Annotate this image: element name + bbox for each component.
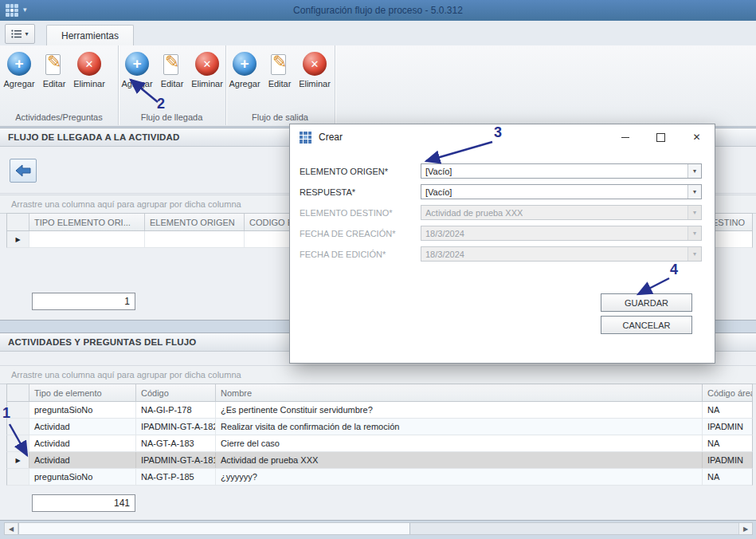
cancelar-button[interactable]: CANCELAR <box>601 316 692 334</box>
delete-icon: ✕ <box>303 52 327 76</box>
editar-flujo-salida-button[interactable]: ✎ Editar <box>262 50 297 89</box>
ribbon-group-actividades: + Agregar ✎ Editar ✕ Eliminar Actividade… <box>0 45 119 125</box>
application-window: ▾ Configuración flujo de proceso - 5.0.3… <box>0 0 756 539</box>
field-label: ELEMENTO ORIGEN* <box>300 167 421 176</box>
field-elemento-destino: ELEMENTO DESTINO* Actividad de prueba XX… <box>300 204 702 221</box>
scroll-left-icon[interactable]: ◀ <box>5 523 18 534</box>
cell-codigo[interactable]: IPADMIN-GT-A-182 <box>136 419 216 435</box>
app-menu-button[interactable]: ▾ <box>5 24 35 44</box>
eliminar-actividad-button[interactable]: ✕ Eliminar <box>72 50 107 89</box>
cell-area[interactable]: NA <box>703 402 752 418</box>
edit-icon: ✎ <box>268 52 292 76</box>
maximize-button[interactable] <box>643 124 679 150</box>
ribbon-group-flujo-llegada: + Agregar ✎ Editar ✕ Eliminar Flujo de l… <box>118 45 226 125</box>
cell-tipo[interactable]: preguntaSioNo <box>29 402 136 418</box>
eliminar-flujo-salida-button[interactable]: ✕ Eliminar <box>297 50 332 89</box>
field-label: ELEMENTO DESTINO* <box>300 208 421 218</box>
minimize-button[interactable] <box>607 124 643 150</box>
chevron-down-icon[interactable]: ▾ <box>687 164 701 178</box>
cell-codigo[interactable]: NA-GT-P-185 <box>136 469 216 485</box>
maximize-icon <box>656 133 665 142</box>
window-title: Configuración flujo de proceso - 5.0.312 <box>0 5 756 16</box>
horizontal-scrollbar[interactable]: ◀ ▶ <box>4 522 753 535</box>
cell-nombre[interactable]: Realizar visita de confirmación de la re… <box>216 419 703 435</box>
dialog-title: Crear <box>319 132 343 143</box>
cell-codigo[interactable]: NA-GT-A-183 <box>136 435 216 451</box>
row-indicator-icon: ▶ <box>7 452 29 468</box>
field-label: RESPUESTA* <box>300 187 421 197</box>
cell-tipo[interactable]: Actividad <box>29 435 136 451</box>
cell-nombre[interactable]: Cierre del caso <box>216 435 703 451</box>
close-icon: ✕ <box>692 132 700 143</box>
elemento-destino-dropdown: Actividad de prueba XXX ▾ <box>421 205 702 220</box>
field-label: FECHA DE EDICIÓN* <box>300 250 421 259</box>
crear-dialog: Crear ✕ ELEMENTO ORIGEN* [Vacío] ▾ RESPU… <box>289 124 715 364</box>
table-row[interactable]: preguntaSioNo NA-GT-P-185 ¿yyyyyy? NA <box>6 469 753 486</box>
dialog-titlebar: Crear ✕ <box>290 124 715 150</box>
delete-icon: ✕ <box>195 52 219 76</box>
cell-area[interactable]: IPADMIN <box>703 452 752 468</box>
column-header-nombre[interactable]: Nombre <box>216 384 703 401</box>
fecha-edicion-dropdown: 18/3/2024 ▾ <box>421 246 702 262</box>
guardar-button[interactable]: GUARDAR <box>601 293 692 312</box>
agregar-flujo-llegada-button[interactable]: + Agregar <box>119 50 155 89</box>
dialog-logo-icon <box>300 132 311 144</box>
add-icon: + <box>125 52 149 76</box>
column-header-codigo[interactable]: Código <box>136 384 216 401</box>
column-header-codigo-area[interactable]: Código área <box>703 384 752 401</box>
agregar-flujo-salida-button[interactable]: + Agregar <box>227 50 262 89</box>
field-label: FECHA DE CREACIÓN* <box>300 229 421 238</box>
app-menu-caret-icon: ▾ <box>25 30 28 37</box>
indicator-header-cell <box>7 384 29 401</box>
back-arrow-icon <box>15 164 31 177</box>
chevron-down-icon: ▾ <box>687 226 701 240</box>
delete-icon: ✕ <box>77 52 101 76</box>
group-caption-actividades: Actividades/Preguntas <box>0 112 118 122</box>
tab-herramientas[interactable]: Herramientas <box>46 25 134 45</box>
cell-codigo[interactable]: NA-GI-P-178 <box>136 402 216 418</box>
cell-codigo[interactable]: IPADMIN-GT-A-181 <box>136 452 216 468</box>
cell-tipo[interactable]: Actividad <box>29 452 136 468</box>
chevron-down-icon: ▾ <box>687 206 701 219</box>
activities-record-count: 141 <box>32 494 135 512</box>
arrival-record-count: 1 <box>32 293 135 310</box>
field-fecha-edicion: FECHA DE EDICIÓN* 18/3/2024 ▾ <box>300 246 702 262</box>
eliminar-flujo-llegada-button[interactable]: ✕ Eliminar <box>190 50 225 89</box>
table-row-selected[interactable]: ▶ Actividad IPADMIN-GT-A-181 Actividad d… <box>6 452 753 469</box>
respuesta-dropdown[interactable]: [Vacío] ▾ <box>421 184 702 199</box>
edit-icon: ✎ <box>42 52 66 76</box>
edit-icon: ✎ <box>160 52 184 76</box>
column-header-tipo[interactable]: Tipo de elemento <box>29 384 136 401</box>
field-respuesta: RESPUESTA* [Vacío] ▾ <box>300 183 702 200</box>
fecha-creacion-dropdown: 18/3/2024 ▾ <box>421 226 702 241</box>
scrollbar-thumb[interactable] <box>18 523 410 534</box>
table-row[interactable]: Actividad IPADMIN-GT-A-182 Realizar visi… <box>6 419 753 435</box>
row-indicator-icon: ▶ <box>7 231 29 247</box>
chevron-down-icon: ▾ <box>687 247 701 261</box>
column-header-tipo-origen[interactable]: TIPO ELEMENTO ORI... <box>29 214 145 230</box>
table-row[interactable]: Actividad NA-GT-A-183 Cierre del caso NA <box>6 435 753 452</box>
chevron-down-icon[interactable]: ▾ <box>687 185 701 199</box>
agregar-actividad-button[interactable]: + Agregar <box>2 50 37 89</box>
cell-nombre[interactable]: ¿Es pertinente Constituir servidumbre? <box>216 402 703 418</box>
table-row[interactable]: preguntaSioNo NA-GI-P-178 ¿Es pertinente… <box>6 402 753 419</box>
editar-flujo-llegada-button[interactable]: ✎ Editar <box>155 50 190 89</box>
cell-area[interactable]: NA <box>703 435 752 451</box>
cell-nombre[interactable]: Actividad de prueba XXX <box>216 452 703 468</box>
activities-grid-header: Tipo de elemento Código Nombre Código ár… <box>6 384 753 402</box>
add-icon: + <box>233 52 257 76</box>
group-caption-flujo-salida: Flujo de salida <box>225 112 335 122</box>
close-button[interactable]: ✕ <box>679 124 715 150</box>
scroll-right-icon[interactable]: ▶ <box>738 523 752 534</box>
cell-tipo[interactable]: preguntaSioNo <box>29 469 136 485</box>
cell-area[interactable]: IPADMIN <box>703 419 752 435</box>
cell-tipo[interactable]: Actividad <box>29 419 136 435</box>
editar-actividad-button[interactable]: ✎ Editar <box>37 50 72 89</box>
back-button[interactable] <box>10 159 37 183</box>
column-header-elemento-origen[interactable]: ELEMENTO ORIGEN <box>145 214 245 230</box>
titlebar: ▾ Configuración flujo de proceso - 5.0.3… <box>0 0 756 21</box>
minimize-icon <box>621 137 629 138</box>
cell-area[interactable]: NA <box>703 469 752 485</box>
cell-nombre[interactable]: ¿yyyyyy? <box>216 469 703 485</box>
elemento-origen-dropdown[interactable]: [Vacío] ▾ <box>421 163 702 179</box>
